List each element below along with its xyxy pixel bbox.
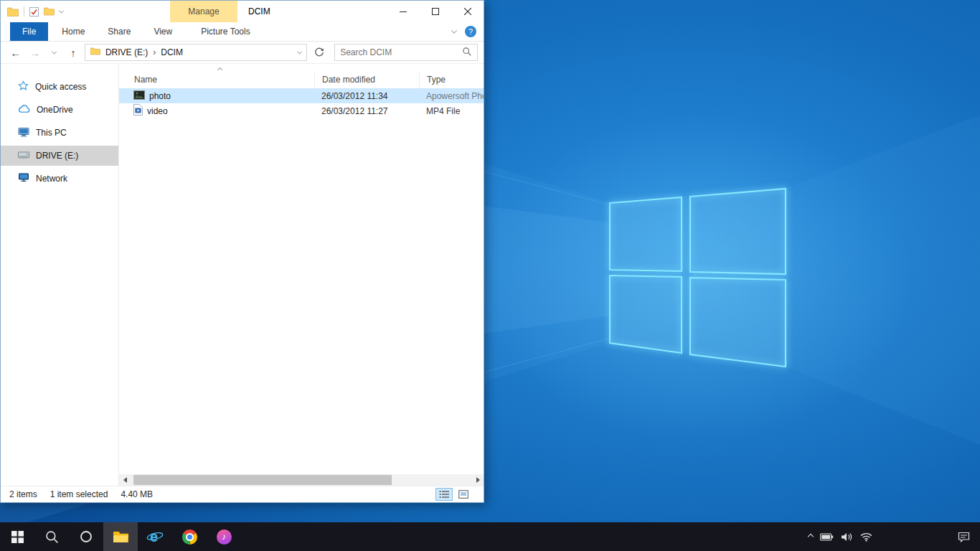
- view-toggles: [435, 488, 475, 501]
- windows-logo-icon: [11, 531, 24, 543]
- taskbar-chrome-button[interactable]: [172, 522, 207, 551]
- ribbon-right-buttons: ?: [452, 22, 484, 41]
- file-row-video[interactable]: video 26/03/2012 11:27 MP4 File: [119, 103, 484, 118]
- help-button[interactable]: ?: [465, 26, 476, 37]
- sidebar-item-label: This PC: [36, 128, 67, 138]
- drive-icon: [18, 151, 29, 161]
- cortana-button[interactable]: [69, 522, 103, 551]
- quick-access-toolbar: [1, 6, 63, 17]
- scrollbar-thumb[interactable]: [133, 475, 392, 485]
- file-name-cell: photo: [119, 90, 314, 102]
- column-header-date-modified[interactable]: Date modified: [314, 71, 419, 88]
- pc-icon: [18, 127, 29, 139]
- start-button[interactable]: [0, 522, 34, 551]
- new-folder-icon[interactable]: [44, 7, 55, 16]
- file-date-cell: 26/03/2012 11:34: [314, 91, 419, 101]
- tab-file[interactable]: File: [10, 22, 48, 41]
- taskbar-internet-explorer-button[interactable]: e: [138, 522, 172, 551]
- recent-locations-chevron-icon[interactable]: [46, 44, 62, 61]
- scrollbar-track[interactable]: [131, 474, 472, 486]
- selection-size: 4.40 MB: [121, 489, 153, 499]
- network-icon: [18, 173, 29, 184]
- back-button[interactable]: ←: [8, 44, 24, 61]
- tab-view[interactable]: View: [144, 22, 182, 41]
- sidebar-item-this-pc[interactable]: This PC: [1, 123, 118, 143]
- file-row-photo[interactable]: photo 26/03/2012 11:34 Apowersoft Pho: [119, 88, 484, 103]
- large-icons-view-icon: [458, 490, 468, 499]
- tab-share[interactable]: Share: [98, 22, 140, 41]
- action-center-icon[interactable]: [958, 522, 970, 551]
- file-type-cell: MP4 File: [419, 106, 484, 116]
- file-name: photo: [149, 91, 171, 101]
- contextual-tab-group-manage[interactable]: Manage: [170, 1, 237, 22]
- network-wifi-icon[interactable]: [860, 522, 872, 551]
- column-header-name[interactable]: Name: [119, 71, 314, 88]
- close-icon: [464, 8, 471, 15]
- scroll-left-button[interactable]: [119, 474, 131, 486]
- file-name-cell: video: [119, 104, 314, 118]
- battery-icon[interactable]: [820, 522, 834, 551]
- sidebar-item-quick-access[interactable]: Quick access: [1, 77, 118, 97]
- photo-file-icon: [133, 90, 145, 102]
- minimize-button[interactable]: [387, 1, 419, 22]
- selection-info: 1 item selected: [50, 489, 108, 499]
- sidebar-item-label: OneDrive: [37, 105, 73, 115]
- properties-icon[interactable]: [29, 7, 39, 17]
- breadcrumb-drive[interactable]: DRIVE (E:): [105, 47, 149, 57]
- scroll-right-icon: [476, 477, 480, 483]
- sidebar-item-label: Network: [36, 174, 67, 184]
- column-headers: Name Date modified Type: [119, 71, 484, 88]
- search-icon[interactable]: [462, 47, 472, 59]
- hidden-icons-chevron-icon[interactable]: [809, 522, 813, 551]
- cloud-icon: [18, 105, 30, 116]
- forward-button[interactable]: →: [27, 44, 43, 61]
- cortana-ring-icon: [80, 530, 93, 543]
- sidebar-item-drive-e[interactable]: DRIVE (E:): [1, 146, 118, 166]
- customize-toolbar-chevron-icon[interactable]: [60, 10, 63, 14]
- internet-explorer-icon: e: [146, 528, 164, 545]
- file-date-cell: 26/03/2012 11:27: [314, 106, 419, 116]
- sidebar-item-label: Quick access: [35, 82, 86, 92]
- address-bar[interactable]: DRIVE (E:) › DCIM: [85, 44, 308, 61]
- window-controls: [387, 1, 484, 22]
- sidebar-item-network[interactable]: Network: [1, 169, 118, 189]
- status-bar: 2 items 1 item selected 4.40 MB: [1, 486, 484, 502]
- file-name: video: [147, 106, 168, 116]
- file-type-cell: Apowersoft Pho: [419, 91, 484, 101]
- search-icon: [45, 530, 59, 544]
- up-button[interactable]: ↑: [65, 44, 81, 61]
- expand-ribbon-chevron-icon[interactable]: [452, 29, 456, 34]
- tab-picture-tools[interactable]: Picture Tools: [192, 22, 259, 41]
- music-note-glyph: ♪: [222, 532, 226, 542]
- sidebar-item-label: DRIVE (E:): [36, 151, 78, 161]
- breadcrumb-dcim[interactable]: DCIM: [160, 47, 184, 57]
- maximize-icon: [432, 8, 439, 15]
- maximize-button[interactable]: [419, 1, 451, 22]
- tab-home[interactable]: Home: [52, 22, 94, 41]
- scroll-right-button[interactable]: [472, 474, 484, 486]
- details-view-button[interactable]: [435, 488, 453, 501]
- minimize-icon: [400, 8, 407, 15]
- taskbar-itunes-button[interactable]: ♪: [207, 522, 241, 551]
- refresh-button[interactable]: [311, 44, 328, 61]
- volume-icon[interactable]: [841, 522, 853, 551]
- sidebar-item-onedrive[interactable]: OneDrive: [1, 100, 118, 120]
- close-button[interactable]: [451, 1, 484, 22]
- large-icons-view-button[interactable]: [455, 488, 472, 501]
- refresh-icon: [314, 47, 324, 57]
- svg-text:e: e: [150, 529, 158, 545]
- taskbar-file-explorer-button[interactable]: [103, 522, 138, 551]
- navigation-pane: Quick access OneDrive This PC DRIVE (E:): [1, 64, 119, 486]
- file-explorer-window: Manage DCIM File Home Share View Picture…: [0, 0, 484, 503]
- taskbar: e ♪: [0, 522, 980, 551]
- star-icon: [18, 80, 29, 93]
- window-body: Quick access OneDrive This PC DRIVE (E:): [1, 64, 484, 486]
- address-dropdown-chevron-icon[interactable]: [298, 51, 301, 55]
- horizontal-scrollbar[interactable]: [119, 474, 484, 486]
- titlebar: Manage DCIM: [1, 1, 484, 22]
- search-input[interactable]: [340, 47, 462, 57]
- chrome-icon: [182, 529, 197, 545]
- items-count: 2 items: [9, 489, 37, 499]
- taskbar-search-button[interactable]: [34, 522, 69, 551]
- column-header-type[interactable]: Type: [419, 71, 484, 88]
